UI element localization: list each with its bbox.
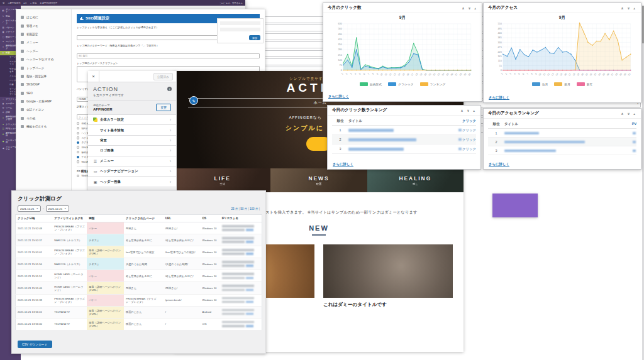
sidebar-item[interactable]: 初期設定: [16, 30, 71, 38]
sidebar-item[interactable]: 投稿・固定記事: [16, 72, 71, 80]
info-icon[interactable]: i: [167, 87, 172, 91]
sidebar-item[interactable]: その他: [16, 114, 71, 123]
checkbox-icon[interactable]: [77, 156, 79, 158]
rank-number: 2: [488, 140, 504, 144]
admin-bar-item[interactable]: ● 0: [23, 2, 26, 4]
svg-text:210: 210: [338, 54, 341, 57]
blurred-title-link[interactable]: [504, 149, 609, 153]
change-theme-button[interactable]: 変更: [156, 104, 171, 111]
close-icon[interactable]: ×: [88, 71, 99, 82]
more-details-link[interactable]: さらに詳しく: [333, 162, 353, 166]
menu-item-label: メニュー: [100, 159, 114, 163]
page-url-link[interactable]: /死神さん/: [164, 282, 201, 294]
category-tile[interactable]: LIFE 生活: [174, 168, 270, 192]
sidebar-item[interactable]: トップページ: [16, 63, 71, 72]
checkbox-icon[interactable]: [77, 136, 79, 139]
menu-item-label: ヘッダー画像: [100, 180, 121, 184]
svg-text:20: 20: [580, 73, 584, 77]
sidebar-item[interactable]: SNS/OGP: [16, 80, 71, 89]
affiliate-tag-link[interactable]: NARCOS（ナルコス）: [52, 258, 87, 270]
admin-bar-item[interactable]: ⌂ AFFINGER: [8, 2, 20, 4]
affiliate-tag-link[interactable]: PRISON BREAK（プリズン・ブレイク）: [52, 246, 87, 258]
svg-text:110: 110: [498, 60, 502, 62]
blurred-title-link[interactable]: [348, 128, 448, 132]
edit-pencil-icon[interactable]: ✎: [189, 96, 198, 105]
checkbox-icon[interactable]: [77, 132, 79, 134]
checkbox-icon[interactable]: [77, 160, 79, 163]
sidebar-item[interactable]: 機能を停止する: [16, 123, 71, 131]
admin-bar-item[interactable]: ⚙ AFFINGER管理: [40, 2, 57, 4]
admin-bar-item[interactable]: ＋ 新規: [30, 2, 36, 4]
click-count[interactable]: クリック: [448, 138, 476, 142]
more-details-link[interactable]: さらに詳しく: [489, 162, 509, 166]
sidebar-item[interactable]: ヘッダー: [16, 47, 71, 55]
svg-text:7: 7: [367, 73, 370, 75]
sidebar-item[interactable]: 会話アイコン: [16, 106, 71, 114]
page-url-link[interactable]: /her/世界でひとつの彼女/: [164, 246, 201, 258]
blurred-title-link[interactable]: [504, 131, 609, 135]
panel-collapse-icons[interactable]: ∧ ∨ ▴: [462, 6, 477, 10]
affiliate-tag-link[interactable]: HOME LAND（ホームランド）: [52, 270, 87, 282]
sidebar-item[interactable]: Google・広告/AMP: [16, 97, 71, 106]
affiliate-tag-link[interactable]: PRISON BREAK（プリズン・ブレイク）: [52, 294, 87, 306]
admin-greeting[interactable]: こんにちは、管理者さん: [219, 2, 243, 4]
more-details-link[interactable]: さらに詳しく: [328, 94, 349, 99]
panel-collapse-icons[interactable]: ∧ ∨ ▴: [621, 6, 636, 10]
more-details-link[interactable]: さらに詳しく: [489, 95, 509, 100]
page-url-link[interactable]: /君と世界が終わる日に/: [164, 234, 201, 246]
customizer-menu-item[interactable]: ☰ メニュー ›: [88, 156, 176, 166]
click-count[interactable]: クリック: [448, 147, 476, 151]
date-from-select[interactable]: 2021-12-21▼: [18, 205, 41, 212]
per-page-link[interactable]: 100 件: [250, 207, 260, 210]
affiliate-tag-link[interactable]: NARCOS（ナルコス）: [52, 234, 87, 246]
admin-menu-icon: ⌁: [2, 98, 4, 101]
article-card[interactable]: これはダミーのタイトルです: [323, 244, 453, 308]
page-url-link[interactable]: /天使のくれた時間/: [164, 258, 201, 270]
csv-download-button[interactable]: CSV ダウンロード: [18, 341, 52, 348]
panel-title: 今日のアクセスランキング: [488, 111, 539, 116]
checkbox-icon[interactable]: [77, 146, 79, 148]
checkbox-icon[interactable]: [77, 175, 79, 177]
checkbox-icon[interactable]: [77, 122, 79, 124]
customizer-menu-item[interactable]: 背景 ›: [88, 136, 176, 146]
affiliate-tag-link[interactable]: TSUTAYA TV: [52, 306, 87, 318]
page-url-link[interactable]: /prison-break/: [164, 294, 201, 306]
page-url-link[interactable]: /君と世界が終わる日に/: [164, 270, 201, 282]
save-button[interactable]: 保存: [249, 35, 260, 40]
customizer-menu-item[interactable]: サイト基本情報 ›: [88, 125, 176, 135]
per-page-link[interactable]: 25 件: [231, 207, 241, 210]
sidebar-item[interactable]: メニュー: [16, 38, 71, 46]
customizer-menu-item[interactable]: ロゴ画像 ›: [88, 146, 176, 156]
affiliate-tag-link[interactable]: HOME LAND（ホームランド）: [52, 282, 87, 294]
meta-keywords-input[interactable]: [77, 53, 260, 58]
per-page-link[interactable]: 50 件: [240, 207, 250, 210]
category-tile[interactable]: NEWS 映画: [270, 168, 367, 192]
panel-collapse-icons[interactable]: ∧ ∨ ▴: [621, 112, 636, 116]
checkbox-icon[interactable]: [77, 151, 79, 153]
checkbox-icon[interactable]: [77, 127, 79, 129]
click-count[interactable]: クリック: [448, 128, 476, 133]
sidebar-item[interactable]: 管理メモ: [16, 21, 71, 30]
customizer-menu-item[interactable]: 全体カラー設定 ›: [88, 115, 176, 125]
admin-bar-item[interactable]: Ⓦ: [3, 2, 4, 4]
customizer-menu-item[interactable]: ▣ ヘッダー画像 ›: [88, 177, 176, 187]
sidebar-item[interactable]: ヘッダー下/おすすめ: [16, 55, 71, 63]
panel-collapse-icons[interactable]: ∧ ∨ ▴: [460, 109, 476, 112]
blurred-title-link[interactable]: [348, 138, 448, 141]
sidebar-item[interactable]: SEO: [16, 89, 71, 97]
page-url-link[interactable]: /死神さん/: [164, 222, 201, 234]
pv-count: [609, 131, 636, 135]
date-to-select[interactable]: 2021-12-21▼: [46, 205, 69, 212]
blurred-title-link[interactable]: [348, 147, 448, 151]
published-button[interactable]: 公開済み: [153, 73, 173, 80]
sidebar-item[interactable]: はじめに: [16, 13, 71, 21]
affiliate-tag-link[interactable]: TSUTAYA TV: [52, 318, 87, 330]
affiliate-tag-link[interactable]: PRISON BREAK（プリズン・ブレイク）: [52, 222, 87, 234]
customizer-menu-item[interactable]: ▭ ヘッダーナビゲーション ›: [88, 166, 176, 177]
checkbox-icon[interactable]: [77, 141, 79, 144]
category-tile[interactable]: HEALING 癒し: [367, 168, 464, 192]
page-url-link[interactable]: /: [164, 318, 201, 330]
page-url-link[interactable]: /: [164, 306, 201, 318]
blurred-title-link[interactable]: [504, 140, 609, 144]
article-title[interactable]: これはダミーのタイトルです: [323, 302, 453, 308]
